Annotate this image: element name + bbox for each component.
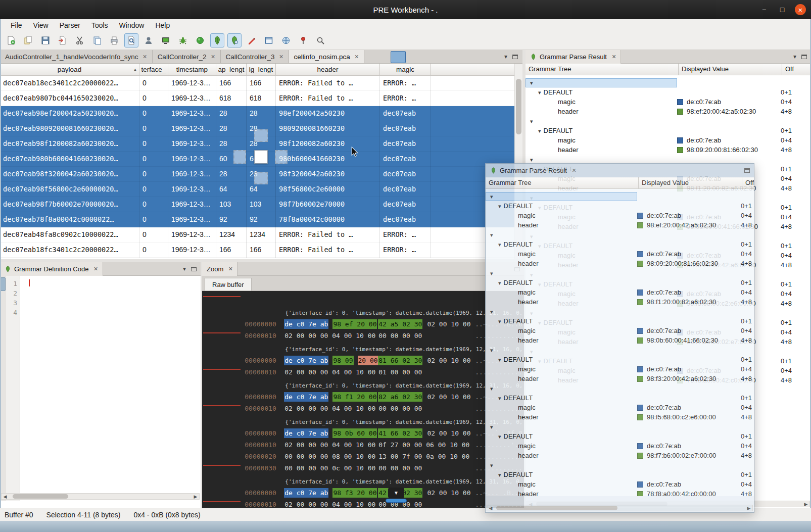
scroll-position-indicator[interactable] — [386, 499, 407, 503]
menu-item[interactable]: View — [28, 19, 54, 31]
tree-root-row[interactable]: ▾ — [486, 422, 754, 431]
tree-root-row[interactable]: ▾ — [526, 116, 811, 126]
hex-line[interactable]: 0000003000 00 00 00 0c 00 10 0000 00 00 … — [205, 451, 524, 462]
float-panel-icon[interactable] — [801, 55, 807, 59]
document-tab[interactable]: cellinfo_nosim.pca × — [289, 50, 364, 63]
tree-column-header[interactable]: Displayed Value — [679, 64, 782, 75]
scroll-right-icon[interactable]: ▶ — [745, 506, 752, 511]
document-tab[interactable]: CallController_3 × — [221, 50, 289, 63]
column-header[interactable]: magic — [380, 64, 431, 76]
chevron-down-icon[interactable]: ▾ — [490, 462, 493, 468]
tree-field-row[interactable]: magic de:c0:7e:ab 0+4 — [486, 441, 754, 451]
column-header[interactable]: header — [276, 64, 380, 76]
chevron-down-icon[interactable]: ▾ — [498, 472, 501, 478]
table-row[interactable]: dec07eab78f8a00042c0000022… 0 1969-12-3…… — [0, 212, 514, 227]
dock-guide-bottom[interactable] — [254, 172, 268, 184]
close-window-icon[interactable]: × — [795, 4, 806, 15]
chevron-down-icon[interactable]: ▾ — [530, 118, 533, 124]
web-icon[interactable] — [279, 33, 293, 47]
table-row[interactable]: dec07eab18fc3401c2c20000022… 0 1969-12-3… — [0, 243, 514, 258]
scroll-right-icon[interactable]: ▶ — [192, 494, 199, 499]
tab-raw-buffer[interactable]: Raw buffer — [205, 278, 252, 291]
scroll-down-icon[interactable]: ▼ — [388, 488, 404, 498]
dock-guide-top[interactable] — [254, 129, 268, 142]
tree-root-row[interactable]: ▾ — [486, 191, 754, 201]
chevron-down-icon[interactable]: ▾ — [530, 80, 533, 86]
hex-line[interactable]: 0000001002 00 00 00 04 00 10 0000 00 00 … — [205, 487, 524, 499]
close-panel-icon[interactable]: × — [93, 265, 98, 273]
tree-field-row[interactable]: magic de:c0:7e:ab 0+4 — [486, 211, 754, 220]
scrollbar-track[interactable] — [494, 505, 745, 511]
menu-item[interactable]: Parser — [54, 19, 86, 31]
debug-icon[interactable] — [176, 33, 190, 47]
tree-column-header[interactable]: Off — [742, 177, 754, 189]
pin-icon[interactable] — [296, 33, 310, 47]
titlebar[interactable]: PRE Workbench - . − □ × — [0, 0, 811, 19]
chevron-down-icon[interactable]: ▾ — [490, 270, 493, 276]
tree-field-row[interactable]: header 98:ef:20:00:42:a5:02:30 4+8 — [526, 107, 811, 116]
tree-root-row[interactable]: ▾ — [486, 268, 754, 278]
marker-icon[interactable] — [245, 33, 259, 47]
menu-item[interactable]: Help — [150, 19, 175, 31]
hex-line[interactable]: 00000000de c0 7e ab98 ef 20 0042 a5 02 3… — [205, 307, 524, 318]
chevron-down-icon[interactable]: ▾ — [490, 309, 493, 315]
tab-list-icon[interactable]: ▾ — [504, 53, 507, 60]
document-tab[interactable]: CallController_2 × — [153, 50, 221, 63]
float-panel-icon[interactable] — [191, 267, 197, 271]
chevron-down-icon[interactable]: ▾ — [498, 203, 501, 209]
tree-field-row[interactable]: magic de:c0:7e:ab 0+4 — [486, 364, 754, 374]
column-header[interactable]: timestamp — [168, 64, 216, 76]
tree-default-row[interactable]: ▾DEFAULT 0+1 — [526, 126, 811, 135]
code-editor[interactable]: 1 struct (endianness="<"){ 2 magic BYTES… — [0, 276, 201, 501]
chevron-down-icon[interactable]: ▾ — [498, 241, 501, 248]
import-icon[interactable] — [56, 33, 70, 47]
panel-menu-icon[interactable]: ▾ — [793, 53, 796, 60]
column-header[interactable]: ig_lengt — [247, 64, 276, 76]
scrollbar-thumb[interactable] — [13, 494, 68, 499]
column-header[interactable]: payload ▲ — [0, 64, 139, 76]
user-icon[interactable] — [141, 33, 156, 47]
hex-line[interactable]: 0000001002 00 00 00 04 00 10 0001 00 00 … — [205, 355, 524, 366]
hex-line[interactable]: {'interface_id': 0, 'timestamp': datetim… — [205, 404, 524, 416]
code-line[interactable]: 4 — [6, 308, 201, 317]
chevron-down-icon[interactable]: ▾ — [498, 318, 501, 324]
chevron-down-icon[interactable]: ▾ — [498, 280, 501, 286]
grammar-icon[interactable] — [210, 33, 224, 47]
cut-icon[interactable] — [73, 33, 87, 47]
hex-line[interactable]: {'interface_id': 0, 'timestamp': datetim… — [205, 295, 524, 307]
hex-line[interactable]: 00000000de c0 7e ab98 f3 20 0042 a6 02 3… — [205, 475, 524, 487]
parse-result-tree[interactable]: ▾ ▾DEFAULT 0+1 magic de:c0:7e:ab — [486, 189, 754, 496]
close-tab-icon[interactable]: × — [279, 53, 283, 61]
tree-field-row[interactable]: magic de:c0:7e:ab 0+4 — [486, 326, 754, 335]
tree-default-row[interactable]: ▾DEFAULT 0+1 — [486, 355, 754, 364]
hex-line[interactable]: {'interface_id': 0, 'timestamp': datetim… — [205, 464, 524, 475]
scroll-left-icon[interactable]: ◀ — [2, 494, 9, 499]
dock-guide-right[interactable] — [275, 150, 288, 164]
tree-field-row[interactable]: header 98:09:20:00:81:66:02:30 4+8 — [486, 259, 754, 268]
tree-column-header[interactable]: Grammar Tree — [526, 64, 679, 75]
chevron-down-icon[interactable]: ▾ — [490, 347, 493, 353]
column-header[interactable]: terface_ — [139, 64, 168, 76]
chevron-down-icon[interactable]: ▾ — [490, 385, 493, 392]
close-panel-icon[interactable]: × — [612, 53, 616, 61]
panel-titlebar[interactable]: Grammar Definition Code × ▾ — [0, 262, 201, 276]
chevron-down-icon[interactable]: ▾ — [538, 89, 541, 95]
tree-default-row[interactable]: ▾DEFAULT 0+1 — [486, 470, 754, 479]
hex-line[interactable]: {'interface_id': 0, 'timestamp': datetim… — [205, 331, 524, 343]
hex-line[interactable]: 00000000de c0 7e ab98 0b 60 0041 66 02 3… — [205, 416, 524, 427]
tree-default-row[interactable]: ▾DEFAULT 0+1 — [486, 201, 754, 211]
tree-column-header[interactable]: Grammar Tree — [486, 177, 639, 189]
chevron-down-icon[interactable]: ▾ — [498, 395, 501, 401]
paste-icon[interactable] — [90, 33, 104, 47]
tree-column-header[interactable]: Off — [782, 64, 811, 75]
menu-item[interactable]: File — [5, 19, 28, 31]
new-file-icon[interactable] — [4, 33, 18, 47]
tree-field-row[interactable]: header 98:f5:68:00:c2:e6:00:00 4+8 — [486, 412, 754, 422]
tree-default-row[interactable]: ▾DEFAULT 0+1 — [486, 239, 754, 249]
search-icon[interactable] — [313, 33, 327, 47]
table-row[interactable]: dec07eab98ef200042a50230020… 0 1969-12-3… — [0, 106, 514, 121]
hex-line[interactable]: 00000000de c0 7e ab98 0920 0081 66 02 30… — [205, 343, 524, 355]
table-row[interactable]: dec07eab18ec3401c2c20000022… 0 1969-12-3… — [0, 76, 514, 91]
tree-field-row[interactable]: magic de:c0:7e:ab 0+4 — [486, 479, 754, 489]
panel-tab[interactable]: Zoom × — [202, 262, 237, 276]
